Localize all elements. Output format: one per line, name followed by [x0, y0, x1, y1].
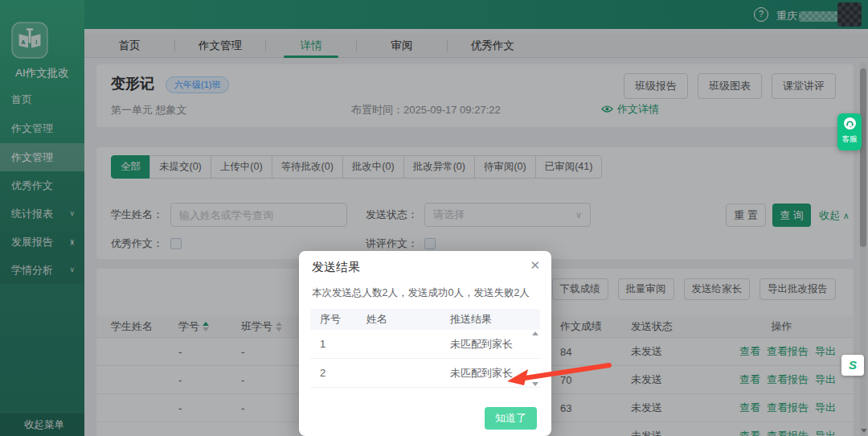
scroll-down-icon — [532, 382, 538, 386]
headset-icon — [844, 117, 856, 133]
modal-table-row: 1 未匹配到家长 — [310, 330, 540, 359]
modal-table-header: 序号 姓名 推送结果 — [310, 309, 540, 330]
modal-title: 发送结果 — [312, 260, 360, 275]
modal-table-scrollbar[interactable] — [530, 331, 540, 386]
customer-service-label: 客服 — [842, 134, 858, 145]
scroll-up-icon — [532, 331, 538, 335]
modal-summary: 本次发送总人数2人，发送成功0人，发送失败2人 — [312, 286, 530, 300]
push-result-cell: 未匹配到家长 — [450, 337, 540, 352]
customer-service-button[interactable]: 客服 — [837, 113, 862, 150]
modal-result-table: 序号 姓名 推送结果 1 未匹配到家长 2 未匹配到家长 — [310, 309, 540, 388]
got-it-button[interactable]: 知道了 — [485, 407, 537, 430]
wps-float-icon[interactable]: S — [841, 355, 864, 376]
send-result-modal: 发送结果 ✕ 本次发送总人数2人，发送成功0人，发送失败2人 序号 姓名 推送结… — [299, 251, 551, 436]
app-window: ? 重庆 A I AI作文批改 首页 作文管理 ∧ — [0, 0, 868, 436]
close-icon[interactable]: ✕ — [530, 258, 540, 273]
push-result-cell: 未匹配到家长 — [450, 366, 540, 380]
modal-table-row: 2 未匹配到家长 — [310, 359, 540, 388]
